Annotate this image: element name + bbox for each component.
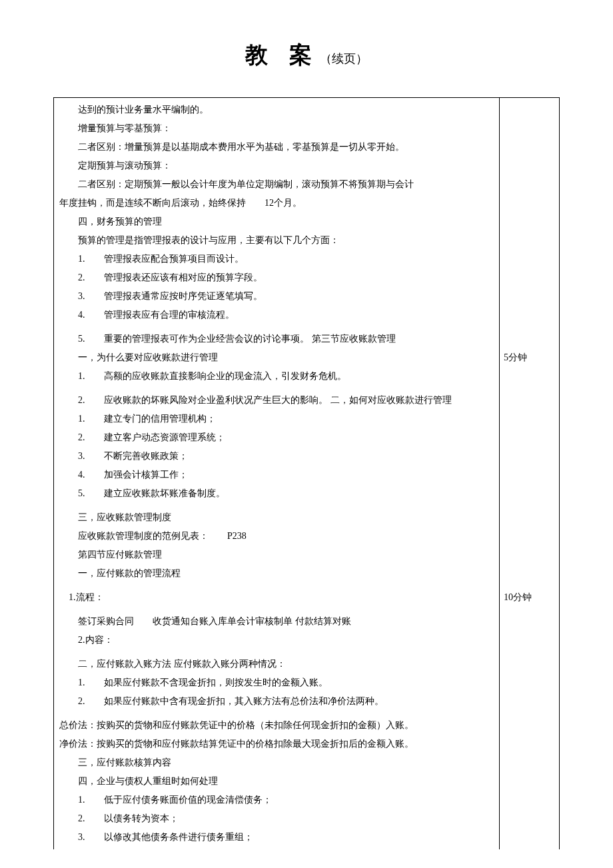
time-cell: 10分钟 bbox=[499, 586, 559, 610]
content-line: 1. 高额的应收账款直接影响企业的现金流入，引发财务危机。 bbox=[59, 367, 494, 386]
list-number: 2. bbox=[78, 692, 95, 711]
content-line: 四，企业与债权人重组时如何处理 bbox=[59, 772, 494, 791]
content-line: 年度挂钩，而是连续不断向后滚动，始终保持 12个月。 bbox=[59, 194, 494, 213]
content-text: 加强会计核算工作； bbox=[104, 470, 188, 480]
content-line: 2. 建立客户动态资源管理系统； bbox=[59, 428, 494, 447]
content-line: 1. 建立专门的信用管理机构； bbox=[59, 410, 494, 428]
list-number: 1. bbox=[78, 367, 95, 386]
content-text: 管理报表还应该有相对应的预算字段。 bbox=[104, 272, 263, 282]
content-text: 应收账款的坏账风险对企业盈利状况产生巨大的影响。 二，如何对应收账款进行管理 bbox=[104, 395, 452, 405]
content-line: 1. 如果应付账款不含现金折扣，则按发生时的金额入账。 bbox=[59, 673, 494, 692]
content-cell: 二，应付账款入账方法 应付账款入账分两种情况：1. 如果应付账款不含现金折扣，则… bbox=[54, 652, 499, 713]
content-line: 5. 重要的管理报表可作为企业经营会议的讨论事项。 第三节应收账款管理 bbox=[59, 330, 494, 348]
table-row: 1.流程：10分钟 bbox=[54, 586, 559, 610]
list-number: 5. bbox=[78, 484, 95, 503]
content-text: 年度挂钩，而是连续不断向后滚动，始终保持 12个月。 bbox=[59, 198, 302, 208]
time-cell bbox=[499, 610, 559, 652]
content-text: 应收账款管理制度的范例见表： P238 bbox=[78, 531, 247, 541]
content-line: 二者区别：定期预算一般以会计年度为单位定期编制，滚动预算不将预算期与会计 bbox=[59, 175, 494, 194]
content-text: 管理报表应配合预算项目而设计。 bbox=[104, 254, 244, 264]
content-text: 建立客户动态资源管理系统； bbox=[104, 432, 225, 442]
content-text: 不断完善收账政策； bbox=[104, 451, 188, 461]
content-text: 二者区别：增量预算是以基期成本费用水平为基础，零基预算是一切从零开始。 bbox=[78, 142, 404, 152]
table-row: 2. 应收账款的坏账风险对企业盈利状况产生巨大的影响。 二，如何对应收账款进行管… bbox=[54, 388, 559, 506]
content-line: 4. 加强会计核算工作； bbox=[59, 466, 494, 484]
content-table: 达到的预计业务量水平编制的。增量预算与零基预算：二者区别：增量预算是以基期成本费… bbox=[53, 97, 560, 849]
content-line: 四，财务预算的管理 bbox=[59, 213, 494, 231]
content-line: 3. 以修改其他债务条件进行债务重组； bbox=[59, 828, 494, 847]
content-line: 2. 以债务转为资本； bbox=[59, 809, 494, 828]
time-cell bbox=[499, 652, 559, 713]
content-text: 管理报表通常应按时序凭证逐笔填写。 bbox=[104, 291, 263, 301]
content-line: 4. 管理报表应有合理的审核流程。 bbox=[59, 306, 494, 324]
content-text: 三，应收账款管理制度 bbox=[78, 512, 171, 522]
content-line: 总价法：按购买的货物和应付账款凭证中的价格（未扣除任何现金折扣的金额）入账。 bbox=[59, 716, 494, 735]
content-line: 二，应付账款入账方法 应付账款入账分两种情况： bbox=[59, 655, 494, 673]
content-text: 建立专门的信用管理机构； bbox=[104, 414, 216, 424]
list-number: 4. bbox=[78, 466, 95, 484]
content-line: 2.内容： bbox=[59, 631, 494, 650]
content-text: 总价法：按购买的货物和应付账款凭证中的价格（未扣除任何现金折扣的金额）入账。 bbox=[59, 720, 414, 730]
content-text: 低于应付债务账面价值的现金清偿债务； bbox=[104, 795, 272, 805]
content-cell: 2. 应收账款的坏账风险对企业盈利状况产生巨大的影响。 二，如何对应收账款进行管… bbox=[54, 388, 499, 506]
table-row: 5. 重要的管理报表可作为企业经营会议的讨论事项。 第三节应收账款管理一，为什么… bbox=[54, 327, 559, 388]
list-number: 1. bbox=[78, 410, 95, 428]
content-line: 签订采购合同 收货通知台账入库单会计审核制单 付款结算对账 bbox=[59, 612, 494, 631]
table-row: 二，应付账款入账方法 应付账款入账分两种情况：1. 如果应付账款不含现金折扣，则… bbox=[54, 652, 559, 713]
list-number: 2. bbox=[78, 268, 95, 287]
content-text: 管理报表应有合理的审核流程。 bbox=[104, 310, 235, 320]
content-text: 定期预算与滚动预算： bbox=[78, 161, 171, 171]
table-row: 达到的预计业务量水平编制的。增量预算与零基预算：二者区别：增量预算是以基期成本费… bbox=[54, 98, 559, 327]
time-cell bbox=[499, 98, 559, 327]
time-cell bbox=[499, 506, 559, 586]
list-number: 3. bbox=[78, 287, 95, 306]
content-cell: 1.流程： bbox=[54, 586, 499, 610]
content-line: 一，为什么要对应收账款进行管理 bbox=[59, 348, 494, 367]
time-cell: 5分钟 bbox=[499, 327, 559, 388]
content-text: 第四节应付账款管理 bbox=[78, 550, 162, 560]
content-text: 以修改其他债务条件进行债务重组； bbox=[104, 832, 253, 842]
content-line: 三，应付账款核算内容 bbox=[59, 753, 494, 772]
content-line: 预算的管理是指管理报表的设计与应用，主要有以下几个方面： bbox=[59, 231, 494, 250]
content-line: 1.流程： bbox=[59, 588, 494, 607]
page-header: 教 案 （续页） bbox=[0, 40, 613, 71]
content-line: 达到的预计业务量水平编制的。 bbox=[59, 101, 494, 119]
content-cell: 达到的预计业务量水平编制的。增量预算与零基预算：二者区别：增量预算是以基期成本费… bbox=[54, 98, 499, 327]
content-line: 第四节应付账款管理 bbox=[59, 546, 494, 564]
content-cell: 签订采购合同 收货通知台账入库单会计审核制单 付款结算对账2.内容： bbox=[54, 610, 499, 652]
table-row: 总价法：按购买的货物和应付账款凭证中的价格（未扣除任何现金折扣的金额）入账。净价… bbox=[54, 713, 559, 849]
list-number: 1. bbox=[78, 250, 95, 268]
content-line: 二者区别：增量预算是以基期成本费用水平为基础，零基预算是一切从零开始。 bbox=[59, 138, 494, 157]
list-number: 4. bbox=[78, 306, 95, 324]
time-cell bbox=[499, 713, 559, 849]
list-number: 3. bbox=[78, 828, 95, 847]
content-text: 签订采购合同 收货通知台账入库单会计审核制单 付款结算对账 bbox=[78, 616, 351, 626]
content-text: 一，为什么要对应收账款进行管理 bbox=[78, 352, 218, 362]
content-text: 四，财务预算的管理 bbox=[78, 217, 162, 226]
content-line: 一，应付账款的管理流程 bbox=[59, 564, 494, 583]
content-text: 二，应付账款入账方法 应付账款入账分两种情况： bbox=[78, 659, 286, 669]
content-text: 如果应付账款中含有现金折扣，其入账方法有总价法和净价法两种。 bbox=[104, 696, 384, 706]
content-text: 二者区别：定期预算一般以会计年度为单位定期编制，滚动预算不将预算期与会计 bbox=[78, 179, 414, 189]
table-row: 签订采购合同 收货通知台账入库单会计审核制单 付款结算对账2.内容： bbox=[54, 610, 559, 652]
content-cell: 5. 重要的管理报表可作为企业经营会议的讨论事项。 第三节应收账款管理一，为什么… bbox=[54, 327, 499, 388]
table-row: 三，应收账款管理制度应收账款管理制度的范例见表： P238第四节应付账款管理一，… bbox=[54, 506, 559, 586]
list-number: 3. bbox=[78, 447, 95, 466]
content-text: 一，应付账款的管理流程 bbox=[78, 568, 181, 578]
content-line: 净价法：按购买的货物和应付账款结算凭证中的价格扣除最大现金折扣后的金额入账。 bbox=[59, 735, 494, 753]
content-text: 预算的管理是指管理报表的设计与应用，主要有以下几个方面： bbox=[78, 235, 339, 245]
content-line: 2. 应收账款的坏账风险对企业盈利状况产生巨大的影响。 二，如何对应收账款进行管… bbox=[59, 391, 494, 410]
content-line: 三，应收账款管理制度 bbox=[59, 508, 494, 527]
content-text: 高额的应收账款直接影响企业的现金流入，引发财务危机。 bbox=[104, 371, 346, 381]
list-number: 2. bbox=[78, 809, 95, 828]
list-number: 2. bbox=[78, 391, 95, 410]
list-number: 5. bbox=[78, 330, 95, 348]
list-number: 1. bbox=[78, 673, 95, 692]
content-text: 1.流程： bbox=[59, 592, 104, 602]
content-text: 增量预算与零基预算： bbox=[78, 123, 171, 133]
list-number: 2. bbox=[78, 428, 95, 447]
content-text: 如果应付账款不含现金折扣，则按发生时的金额入账。 bbox=[104, 677, 328, 687]
content-line: 1. 低于应付债务账面价值的现金清偿债务； bbox=[59, 791, 494, 809]
content-line: 增量预算与零基预算： bbox=[59, 119, 494, 138]
content-line: 3. 管理报表通常应按时序凭证逐笔填写。 bbox=[59, 287, 494, 306]
